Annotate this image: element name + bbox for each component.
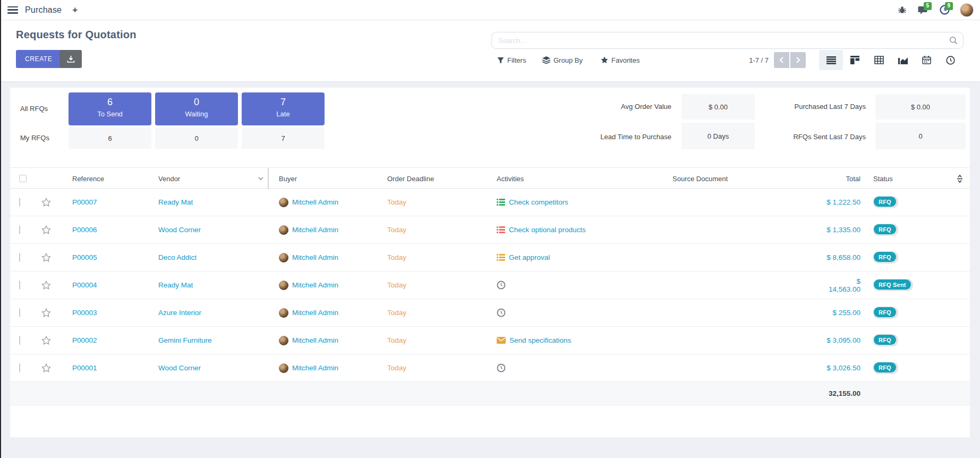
table-row[interactable]: P00003 Azure Interior Mitchell Admin Tod… bbox=[10, 299, 970, 327]
header-buyer[interactable]: Buyer bbox=[269, 168, 387, 189]
vendor-link[interactable]: Wood Corner bbox=[158, 364, 269, 372]
header-status[interactable]: Status bbox=[865, 168, 950, 189]
purchase-dashboard: All RFQs My RFQs 6 To Send 0 Waiting 7 L… bbox=[10, 88, 970, 167]
row-checkbox[interactable] bbox=[19, 336, 20, 345]
optional-columns-button[interactable] bbox=[950, 168, 970, 189]
messages-count-badge: 5 bbox=[924, 2, 932, 10]
my-late-value[interactable]: 7 bbox=[242, 128, 325, 149]
rfq-reference-link[interactable]: P00002 bbox=[59, 336, 158, 344]
table-row[interactable]: P00006 Wood Corner Mitchell Admin Today … bbox=[10, 216, 970, 244]
rfq-reference-link[interactable]: P00003 bbox=[59, 309, 158, 317]
kpi-card-waiting[interactable]: 0 Waiting bbox=[155, 92, 238, 125]
rfq-reference-link[interactable]: P00006 bbox=[59, 226, 158, 234]
buyer-link[interactable]: Mitchell Admin bbox=[292, 226, 338, 234]
rfq-reference-link[interactable]: P00005 bbox=[59, 253, 158, 261]
search-input[interactable] bbox=[492, 37, 949, 45]
avg-order-value: $ 0.00 bbox=[681, 94, 755, 120]
header-activities[interactable]: Activities bbox=[497, 168, 672, 189]
activity-cell[interactable] bbox=[497, 281, 672, 290]
vendor-link[interactable]: Ready Mat bbox=[158, 198, 269, 206]
buyer-link[interactable]: Mitchell Admin bbox=[292, 253, 338, 261]
vendor-link[interactable]: Deco Addict bbox=[158, 253, 269, 261]
messages-icon[interactable]: 5 bbox=[917, 4, 929, 16]
select-all-checkbox[interactable] bbox=[19, 175, 27, 182]
buyer-link[interactable]: Mitchell Admin bbox=[292, 281, 338, 289]
view-activity-button[interactable] bbox=[939, 50, 962, 70]
favorite-star-icon[interactable] bbox=[33, 336, 59, 345]
pager-next-button[interactable] bbox=[790, 52, 806, 68]
search-icon[interactable] bbox=[949, 36, 958, 45]
view-graph-button[interactable] bbox=[891, 50, 915, 70]
activity-cell[interactable]: Check competitors bbox=[497, 198, 672, 206]
rfq-reference-link[interactable]: P00001 bbox=[59, 364, 158, 372]
buyer-link[interactable]: Mitchell Admin bbox=[292, 336, 338, 344]
vendor-link[interactable]: Ready Mat bbox=[158, 281, 269, 289]
row-checkbox[interactable] bbox=[19, 253, 20, 262]
activity-view-icon bbox=[946, 56, 955, 65]
star-icon bbox=[601, 56, 608, 64]
my-to-send-value[interactable]: 6 bbox=[69, 128, 151, 149]
favorite-star-icon[interactable] bbox=[33, 363, 59, 372]
table-row[interactable]: P00007 Ready Mat Mitchell Admin Today Ch… bbox=[10, 189, 970, 216]
vendor-link[interactable]: Wood Corner bbox=[158, 226, 269, 234]
view-calendar-button[interactable] bbox=[915, 50, 939, 70]
activity-label[interactable]: Check optional products bbox=[509, 226, 586, 234]
favorite-star-icon[interactable] bbox=[33, 308, 59, 317]
kpi-card-to-send[interactable]: 6 To Send bbox=[69, 92, 151, 125]
group-by-button[interactable]: Group By bbox=[542, 50, 583, 70]
my-waiting-value[interactable]: 0 bbox=[155, 128, 238, 149]
search-bar[interactable] bbox=[491, 32, 964, 49]
favorite-star-icon[interactable] bbox=[33, 253, 59, 262]
view-pivot-button[interactable] bbox=[867, 50, 891, 70]
status-badge: RFQ bbox=[873, 307, 898, 319]
activity-cell[interactable]: Check optional products bbox=[497, 226, 672, 234]
activity-cell[interactable]: Get approval bbox=[497, 253, 672, 261]
buyer-link[interactable]: Mitchell Admin bbox=[292, 198, 338, 206]
menu-hamburger-icon[interactable] bbox=[7, 6, 18, 14]
debug-bug-icon[interactable] bbox=[896, 4, 908, 16]
kpi-card-late[interactable]: 7 Late bbox=[242, 92, 325, 125]
favorites-button[interactable]: Favorites bbox=[601, 50, 640, 70]
kanban-view-icon bbox=[850, 56, 859, 64]
row-checkbox[interactable] bbox=[19, 281, 20, 290]
activity-label[interactable]: Send specifications bbox=[509, 336, 571, 344]
new-tab-plus-icon[interactable]: + bbox=[72, 5, 78, 15]
header-source-document[interactable]: Source Document bbox=[672, 168, 826, 189]
activity-label[interactable]: Get approval bbox=[509, 253, 550, 261]
activity-cell[interactable]: Send specifications bbox=[497, 336, 672, 344]
row-checkbox[interactable] bbox=[19, 225, 20, 234]
vendor-link[interactable]: Azure Interior bbox=[158, 309, 269, 317]
row-checkbox[interactable] bbox=[19, 363, 20, 372]
header-order-deadline[interactable]: Order Deadline bbox=[387, 168, 497, 189]
rfq-reference-link[interactable]: P00004 bbox=[59, 281, 158, 289]
chevron-left-icon bbox=[779, 57, 784, 63]
table-row[interactable]: P00004 Ready Mat Mitchell Admin Today $ … bbox=[10, 272, 970, 299]
activities-clock-icon[interactable]: 9 bbox=[939, 4, 950, 16]
vendor-link[interactable]: Gemini Furniture bbox=[158, 336, 269, 344]
activity-label[interactable]: Check competitors bbox=[509, 198, 568, 206]
view-kanban-button[interactable] bbox=[843, 50, 867, 70]
row-checkbox[interactable] bbox=[19, 198, 20, 207]
favorite-star-icon[interactable] bbox=[33, 281, 59, 290]
activity-clock-icon bbox=[497, 281, 506, 290]
buyer-link[interactable]: Mitchell Admin bbox=[292, 309, 338, 317]
activity-cell[interactable] bbox=[497, 363, 672, 372]
buyer-link[interactable]: Mitchell Admin bbox=[292, 364, 338, 372]
filters-button[interactable]: Filters bbox=[497, 50, 526, 70]
app-title[interactable]: Purchase bbox=[25, 5, 62, 15]
row-checkbox[interactable] bbox=[19, 308, 20, 317]
pager-previous-button[interactable] bbox=[774, 52, 789, 68]
header-total[interactable]: Total bbox=[826, 168, 865, 189]
user-avatar[interactable] bbox=[960, 3, 974, 17]
table-row[interactable]: P00001 Wood Corner Mitchell Admin Today … bbox=[10, 354, 970, 382]
favorite-star-icon[interactable] bbox=[33, 198, 59, 207]
header-reference[interactable]: Reference bbox=[59, 168, 158, 189]
rfq-reference-link[interactable]: P00007 bbox=[59, 198, 158, 206]
activity-cell[interactable] bbox=[497, 308, 672, 317]
header-vendor[interactable]: Vendor bbox=[158, 168, 269, 189]
table-row[interactable]: P00005 Deco Addict Mitchell Admin Today … bbox=[10, 244, 970, 272]
favorite-star-icon[interactable] bbox=[33, 225, 59, 234]
table-row[interactable]: P00002 Gemini Furniture Mitchell Admin T… bbox=[10, 327, 970, 354]
status-badge: RFQ Sent bbox=[873, 279, 913, 291]
view-list-button[interactable] bbox=[819, 50, 843, 70]
